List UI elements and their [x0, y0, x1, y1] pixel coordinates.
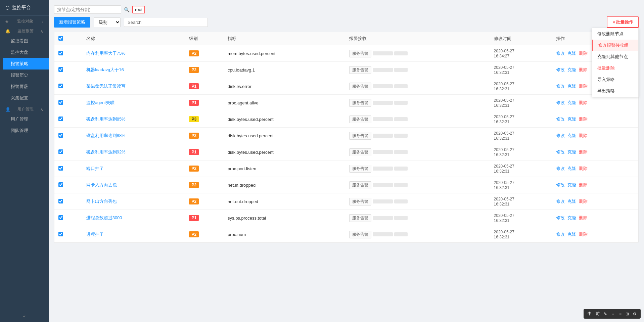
- sidebar-item-team-manage[interactable]: 团队管理: [3, 125, 49, 136]
- action-修改[interactable]: 修改: [556, 166, 565, 172]
- dropdown-item-clone-node[interactable]: 克隆到其他节点: [592, 51, 638, 62]
- action-删除[interactable]: 删除: [579, 116, 588, 122]
- action-修改[interactable]: 修改: [556, 67, 565, 73]
- action-修改[interactable]: 修改: [556, 149, 565, 155]
- sidebar-item-monitor-chart[interactable]: 监控看图: [3, 35, 49, 47]
- time-text: 2020-05-27 16:32:31: [494, 114, 514, 124]
- bottom-btn-edit[interactable]: ✎: [604, 312, 607, 316]
- action-删除[interactable]: 删除: [579, 166, 588, 172]
- row-name-link[interactable]: 进程总数超过3000: [86, 215, 122, 220]
- sidebar-collapse-button[interactable]: «: [0, 310, 49, 322]
- row-checkbox[interactable]: [58, 133, 63, 138]
- row-checkbox[interactable]: [58, 117, 63, 121]
- search-input[interactable]: [124, 18, 208, 27]
- row-checkbox[interactable]: [58, 149, 63, 154]
- action-克隆[interactable]: 克隆: [567, 231, 576, 237]
- action-修改[interactable]: 修改: [556, 50, 565, 56]
- action-克隆[interactable]: 克隆: [567, 67, 576, 73]
- row-name-link[interactable]: 磁盘利用率达到85%: [86, 117, 126, 122]
- row-name-link[interactable]: 网卡出方向丢包: [86, 199, 117, 204]
- row-checkbox[interactable]: [58, 51, 63, 55]
- alarm-icon: 🔔: [5, 29, 10, 34]
- row-checkbox[interactable]: [58, 199, 63, 203]
- dropdown-item-remove-node[interactable]: 修改删除节点: [592, 28, 638, 40]
- row-time: 2020-05-27 16:32:31: [490, 226, 552, 243]
- sidebar-section-monitor-alarm[interactable]: 🔔 监控报警 ∧: [0, 26, 49, 35]
- node-search-input[interactable]: [54, 5, 121, 14]
- row-name-link[interactable]: 机器loadavg大于16: [86, 67, 124, 72]
- row-level: P2: [185, 128, 224, 144]
- bottom-btn-expand[interactable]: ↔: [611, 312, 615, 316]
- action-修改[interactable]: 修改: [556, 215, 565, 221]
- action-删除[interactable]: 删除: [579, 100, 588, 106]
- sidebar-item-collect-config[interactable]: 采集配置: [3, 92, 49, 104]
- bottom-btn-list[interactable]: ≡: [619, 312, 622, 316]
- action-克隆[interactable]: 克隆: [567, 133, 576, 139]
- action-克隆[interactable]: 克隆: [567, 166, 576, 172]
- action-删除[interactable]: 删除: [579, 198, 588, 204]
- bottom-btn-grid[interactable]: ⊞: [626, 312, 629, 316]
- dropdown-item-export-policy[interactable]: 导出策略: [592, 85, 638, 97]
- action-删除[interactable]: 删除: [579, 67, 588, 73]
- action-克隆[interactable]: 克隆: [567, 198, 576, 204]
- row-name-link[interactable]: 端口挂了: [86, 166, 104, 171]
- row-checkbox[interactable]: [58, 100, 63, 105]
- action-克隆[interactable]: 克隆: [567, 100, 576, 106]
- action-克隆[interactable]: 克隆: [567, 182, 576, 188]
- row-name: 网卡出方向丢包: [82, 193, 185, 210]
- sidebar-item-monitor-dashboard[interactable]: 监控大盘: [3, 47, 49, 58]
- row-name-link[interactable]: 网卡入方向丢包: [86, 182, 117, 187]
- sidebar-section-monitor-objects[interactable]: ◈ 监控对象 ›: [0, 16, 49, 26]
- sidebar-item-alarm-history[interactable]: 报警历史: [3, 70, 49, 81]
- dropdown-item-import-policy[interactable]: 导入策略: [592, 74, 638, 85]
- action-克隆[interactable]: 克隆: [567, 116, 576, 122]
- select-all-checkbox[interactable]: [58, 36, 63, 41]
- sidebar-item-alarm-policy[interactable]: 报警策略: [3, 58, 49, 70]
- sidebar-item-alarm-mute[interactable]: 报警屏蔽: [3, 81, 49, 92]
- dropdown-item-modify-receiver[interactable]: 修改报警接收组: [592, 40, 638, 51]
- row-level: P2: [185, 45, 224, 62]
- batch-operation-button[interactable]: ∨批量操作: [607, 16, 639, 28]
- row-name-link[interactable]: 某磁盘无法正常读写: [86, 84, 126, 89]
- action-修改[interactable]: 修改: [556, 100, 565, 106]
- action-克隆[interactable]: 克隆: [567, 215, 576, 221]
- row-checkbox[interactable]: [58, 215, 63, 220]
- action-修改[interactable]: 修改: [556, 182, 565, 188]
- action-删除[interactable]: 删除: [579, 231, 588, 237]
- action-修改[interactable]: 修改: [556, 133, 565, 139]
- level-select[interactable]: 级别 P1 P2 P3: [94, 17, 121, 27]
- action-修改[interactable]: 修改: [556, 116, 565, 122]
- row-checkbox[interactable]: [58, 232, 63, 236]
- row-name-link[interactable]: 磁盘利用率达到88%: [86, 133, 126, 138]
- action-删除[interactable]: 删除: [579, 149, 588, 155]
- row-name-link[interactable]: 监控agent失联: [86, 100, 115, 105]
- action-删除[interactable]: 删除: [579, 215, 588, 221]
- sidebar-section-user-manage[interactable]: 👤 用户管理 ∧: [0, 104, 49, 113]
- bottom-btn-zh[interactable]: 中: [588, 311, 592, 317]
- row-name-link[interactable]: 内存利用率大于75%: [86, 51, 126, 56]
- action-修改[interactable]: 修改: [556, 231, 565, 237]
- action-删除[interactable]: 删除: [579, 83, 588, 89]
- row-checkbox[interactable]: [58, 67, 63, 72]
- action-删除[interactable]: 删除: [579, 182, 588, 188]
- node-search-button[interactable]: 🔍: [124, 7, 130, 12]
- action-删除[interactable]: 删除: [579, 50, 588, 56]
- action-克隆[interactable]: 克隆: [567, 50, 576, 56]
- table-row: 网卡入方向丢包P2net.in.dropped服务告警2020-05-27 16…: [54, 177, 638, 193]
- bottom-btn-settings[interactable]: ⚙: [633, 312, 637, 316]
- action-修改[interactable]: 修改: [556, 83, 565, 89]
- action-克隆[interactable]: 克隆: [567, 83, 576, 89]
- row-name-link[interactable]: 进程挂了: [86, 232, 104, 237]
- row-checkbox[interactable]: [58, 84, 63, 88]
- action-删除[interactable]: 删除: [579, 133, 588, 139]
- add-policy-button[interactable]: 新增报警策略: [54, 17, 90, 28]
- bottom-btn-prev[interactable]: 前: [596, 311, 600, 317]
- row-actions: 修改克隆删除: [552, 210, 638, 226]
- dropdown-item-batch-delete[interactable]: 批量删除: [592, 62, 638, 74]
- row-checkbox[interactable]: [58, 182, 63, 187]
- row-name-link[interactable]: 磁盘利用率达到92%: [86, 149, 126, 154]
- action-克隆[interactable]: 克隆: [567, 149, 576, 155]
- sidebar-item-user-manage[interactable]: 用户管理: [3, 113, 49, 125]
- action-修改[interactable]: 修改: [556, 198, 565, 204]
- row-checkbox[interactable]: [58, 166, 63, 171]
